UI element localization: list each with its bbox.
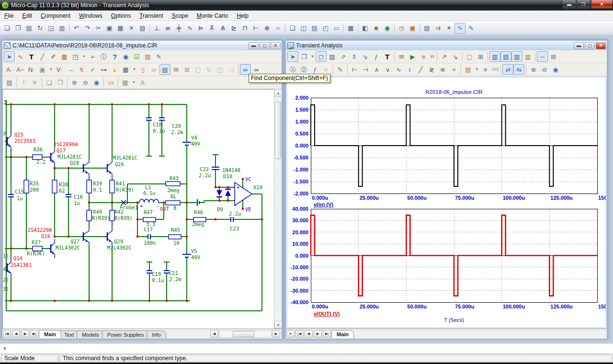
- copy-graph-icon[interactable]: ❐: [298, 51, 309, 62]
- npn-part-icon[interactable]: ⊼: [206, 23, 217, 34]
- copy-icon[interactable]: ▣: [104, 23, 115, 34]
- cursor-y-icon[interactable]: ⓨ: [298, 64, 309, 75]
- pin-connections-icon[interactable]: ⊶: [98, 64, 109, 75]
- scale-horizontal-icon[interactable]: ⇗: [338, 51, 349, 62]
- plot-group-2-icon[interactable]: ▤: [500, 51, 511, 62]
- check-errors-icon[interactable]: !: [18, 77, 29, 88]
- design-notes-icon[interactable]: ▤: [4, 77, 15, 88]
- copy-attributes-icon[interactable]: ▣: [37, 64, 48, 75]
- go-to-global-icon[interactable]: ≷: [426, 64, 437, 75]
- attribute-text-icon[interactable]: A·: [4, 64, 15, 75]
- menu-transient[interactable]: Transient: [135, 11, 168, 20]
- mirror-icon[interactable]: ◫: [215, 64, 226, 75]
- page-nav-3[interactable]: ▶|: [30, 330, 38, 338]
- ground-part-icon[interactable]: ⊥: [151, 23, 162, 34]
- node-voltages-icon[interactable]: V·: [54, 64, 65, 75]
- dc-display-icon[interactable]: ▣: [407, 23, 418, 34]
- close-button[interactable]: ✕: [591, 0, 613, 9]
- schematic-canvas[interactable]: 3pQ152SC3503R362.22SC2690AQ17MJL4281CQ28…: [2, 89, 282, 329]
- page-nav-2[interactable]: ◀: [305, 330, 313, 338]
- menu-monte-carlo[interactable]: Monte Carlo: [193, 11, 232, 20]
- block-select-mode-icon[interactable]: ▧: [159, 64, 170, 75]
- menu-component[interactable]: Component: [36, 11, 75, 20]
- text-mode-icon[interactable]: T: [382, 51, 393, 62]
- run-icon[interactable]: ▶: [407, 51, 418, 62]
- restore-button[interactable]: ❐: [577, 0, 590, 9]
- zoom-100-icon[interactable]: ◉: [550, 64, 561, 75]
- horizontal-scrollbar[interactable]: ◀▶: [210, 330, 281, 338]
- zoom-in-icon[interactable]: ⊕: [69, 77, 80, 88]
- hscroll-track[interactable]: [219, 330, 272, 338]
- copy-dropdown-icon[interactable]: ▾: [309, 51, 316, 62]
- properties-icon[interactable]: ✉: [396, 51, 407, 62]
- schematic-maximize-button[interactable]: ▢: [260, 42, 270, 49]
- pulse-source-part-icon[interactable]: ⊓: [239, 23, 250, 34]
- grid-menu-dropdown-icon[interactable]: ▾: [131, 77, 137, 88]
- flip-icon[interactable]: ◁: [226, 64, 237, 75]
- node-numbers-icon[interactable]: N·: [26, 64, 37, 75]
- plot-group-4-icon[interactable]: ▥: [522, 51, 534, 62]
- go-to-flag-icon[interactable]: ⇉: [432, 23, 443, 34]
- zoom-out-icon[interactable]: ⊖: [539, 64, 550, 75]
- find-component-icon[interactable]: ∞: [240, 64, 251, 75]
- wire-mode-icon[interactable]: ∿: [15, 51, 26, 62]
- cascade-windows-icon[interactable]: ❏: [287, 23, 298, 34]
- scroll-up-button[interactable]: ▲: [274, 89, 282, 97]
- inductor-part-icon[interactable]: ∿: [184, 23, 195, 34]
- stop-icon[interactable]: ■: [418, 51, 429, 62]
- cursor-fx-icon[interactable]: ƒ: [309, 64, 320, 75]
- align-cursors-right-icon[interactable]: ⇆: [513, 64, 524, 75]
- schematic-window-titlebar[interactable]: C:\MC11\DATA\Petrov\R2018-06\R2018-06_im…: [2, 41, 282, 50]
- line-mode-icon[interactable]: ╱: [37, 51, 48, 62]
- maximize-window-icon[interactable]: ▭: [331, 23, 342, 34]
- analysis-plot-area[interactable]: 2.0001.5001.0000.5000.000-0.500-1.000-1.…: [286, 76, 607, 329]
- web-update-icon[interactable]: ◉: [382, 23, 393, 34]
- clipboard-dropdown-icon[interactable]: ▾: [474, 64, 480, 75]
- hscroll-thumb[interactable]: [233, 331, 254, 337]
- menu-help[interactable]: Help: [232, 11, 253, 20]
- print-preview-icon[interactable]: ◲: [45, 23, 57, 34]
- component-mode-icon[interactable]: ◳: [70, 51, 81, 62]
- go-to-valley-icon[interactable]: ∨: [382, 64, 393, 75]
- plot-editor-icon[interactable]: ✎: [465, 23, 477, 34]
- new-file-icon[interactable]: ❏: [1, 23, 12, 34]
- tile-horizontal-icon[interactable]: ▤: [309, 23, 320, 34]
- rotate-icon[interactable]: ↻: [204, 64, 215, 75]
- font-icon[interactable]: A: [137, 77, 148, 88]
- find-icon[interactable]: ∞: [251, 64, 262, 75]
- page-front-icon[interactable]: ▯: [137, 64, 148, 75]
- info-mode-icon[interactable]: ⓘ: [98, 51, 109, 62]
- tools-icon[interactable]: ✶: [443, 23, 454, 34]
- cursor-x-icon[interactable]: ⓧ: [287, 64, 298, 75]
- hscroll-right-button[interactable]: ▶: [272, 330, 280, 338]
- cursor-left-icon[interactable]: ↗: [439, 51, 450, 62]
- tab-main[interactable]: Main: [331, 330, 354, 338]
- find-panel-close-icon[interactable]: x: [1, 345, 8, 352]
- redo-icon[interactable]: ↷: [82, 23, 93, 34]
- opamp-part-icon[interactable]: ⊵: [228, 23, 239, 34]
- scroll-thumb[interactable]: [275, 102, 281, 159]
- component-editor-icon[interactable]: ◧: [360, 23, 371, 34]
- calculator-icon[interactable]: ▦: [345, 23, 356, 34]
- select-rect-icon[interactable]: ▧: [137, 23, 148, 34]
- zoom-mode-icon[interactable]: ◻: [316, 51, 327, 62]
- single-plot-icon[interactable]: ─: [537, 51, 548, 62]
- zoom-out-icon[interactable]: ⊖: [80, 77, 91, 88]
- capacitor-part-icon[interactable]: ╪: [173, 23, 184, 34]
- data-points-icon[interactable]: 123: [491, 64, 499, 75]
- analysis-maximize-button[interactable]: ▢: [585, 42, 595, 49]
- properties-icon[interactable]: ✉: [170, 64, 182, 75]
- graphics-mode-icon[interactable]: ✐: [48, 51, 59, 62]
- hscroll-left-button[interactable]: ◀: [210, 330, 218, 338]
- pause-icon[interactable]: ▮▮: [429, 51, 435, 62]
- tab-info[interactable]: Info: [147, 330, 166, 339]
- page-nav-0[interactable]: ▾: [286, 330, 295, 338]
- select-mode-icon[interactable]: ➤: [287, 51, 298, 62]
- flag-mode-icon[interactable]: ➢: [87, 51, 98, 62]
- new-page-icon[interactable]: ▭: [105, 77, 116, 88]
- nmos-part-icon[interactable]: ⋔: [217, 23, 228, 34]
- go-to-inflection-icon[interactable]: ╱: [415, 64, 426, 75]
- condition-display-icon[interactable]: ✓: [87, 64, 98, 75]
- menu-edit[interactable]: Edit: [18, 11, 36, 20]
- page-nav-4[interactable]: ▶|: [323, 330, 331, 338]
